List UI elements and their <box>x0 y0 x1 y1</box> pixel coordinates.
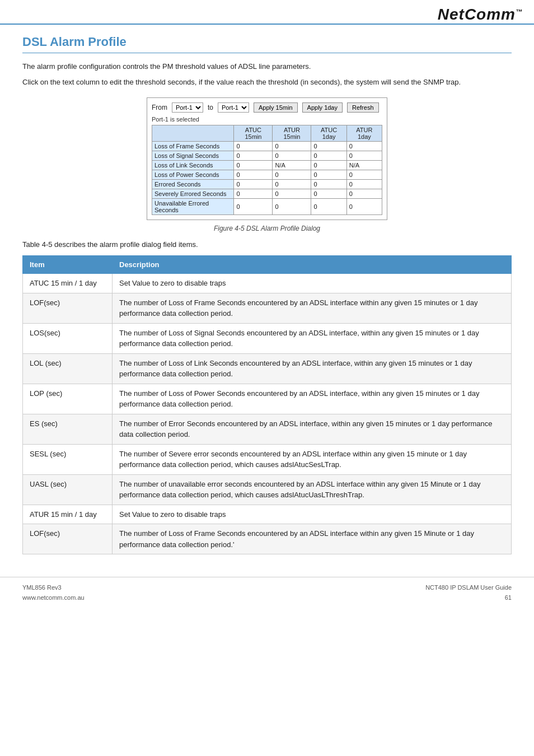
table-description: Table 4-5 describes the alarm profile di… <box>22 240 512 249</box>
dialog-row-value: 0 <box>234 189 273 199</box>
main-data-table: Item Description ATUC 15 min / 1 daySet … <box>22 255 512 554</box>
dialog-row-value: N/A <box>273 161 311 170</box>
dialog-table-row: Unavailable Errored Seconds0000 <box>152 199 382 215</box>
intro-paragraph-1: The alarm profile configuration controls… <box>22 61 512 72</box>
dialog-row-value: 0 <box>346 142 382 151</box>
table-row: LOP (sec)The number of Loss of Power Sec… <box>23 384 512 414</box>
dialog-row-value: 0 <box>273 170 311 180</box>
page-footer: YML856 Rev3 www.netcomm.com.au NCT480 IP… <box>0 577 534 608</box>
dialog-row-value: 0 <box>346 170 382 180</box>
dialog-row-value: 0 <box>311 161 346 170</box>
dialog-row-value: 0 <box>346 151 382 161</box>
dialog-table-row: Loss of Signal Seconds0000 <box>152 151 382 161</box>
footer-left: YML856 Rev3 www.netcomm.com.au <box>22 583 85 603</box>
table-cell-item: ATUC 15 min / 1 day <box>23 274 113 293</box>
apply-15min-button[interactable]: Apply 15min <box>254 102 298 113</box>
dialog-row-label: Errored Seconds <box>152 180 234 189</box>
table-cell-item: LOL (sec) <box>23 353 113 384</box>
dialog-table-row: Loss of Frame Seconds0000 <box>152 142 382 151</box>
dialog-col-atuc15: ATUC 15min <box>234 125 273 142</box>
page-title: DSL Alarm Profile <box>22 35 512 53</box>
dialog-row-label: Loss of Link Seconds <box>152 161 234 170</box>
table-cell-item: ES (sec) <box>23 414 113 444</box>
dialog-row-value: 0 <box>311 142 346 151</box>
dialog-col-atur15: ATUR 15min <box>273 125 311 142</box>
footer-website: www.netcomm.com.au <box>22 593 85 603</box>
dialog-row-label: Loss of Frame Seconds <box>152 142 234 151</box>
table-row: UASL (sec)The number of unavailable erro… <box>23 474 512 505</box>
page-header: NetComm™ <box>0 0 534 25</box>
dialog-table-row: Errored Seconds0000 <box>152 180 382 189</box>
col-header-item: Item <box>23 256 113 274</box>
dialog-row-value: 0 <box>273 151 311 161</box>
footer-revision: YML856 Rev3 <box>22 583 85 593</box>
dialog-row-label: Loss of Power Seconds <box>152 170 234 180</box>
dialog-toolbar: From Port-1 to Port-1 Apply 15min Apply … <box>152 102 382 113</box>
dialog-table-row: Severely Errored Seconds0000 <box>152 189 382 199</box>
table-cell-description: Set Value to zero to disable traps <box>113 505 512 524</box>
table-row: LOF(sec)The number of Loss of Frame Seco… <box>23 524 512 554</box>
dialog-row-value: 0 <box>273 189 311 199</box>
dialog-table-row: Loss of Power Seconds0000 <box>152 170 382 180</box>
footer-guide-title: NCT480 IP DSLAM User Guide <box>425 583 512 593</box>
table-row: ES (sec)The number of Error Seconds enco… <box>23 414 512 444</box>
dialog-row-value: 0 <box>273 180 311 189</box>
refresh-button[interactable]: Refresh <box>347 102 379 113</box>
table-cell-description: The number of Loss of Signal Seconds enc… <box>113 323 512 353</box>
table-cell-description: The number of unavailable error seconds … <box>113 474 512 505</box>
to-port-select[interactable]: Port-1 <box>218 102 249 113</box>
dialog-row-value: 0 <box>311 170 346 180</box>
dialog-row-value: 0 <box>311 199 346 215</box>
port-selected-label: Port-1 is selected <box>152 116 382 123</box>
dialog-row-value: 0 <box>311 180 346 189</box>
main-content: DSL Alarm Profile The alarm profile conf… <box>0 25 534 566</box>
dialog-row-value: 0 <box>346 189 382 199</box>
dialog-row-value: 0 <box>234 151 273 161</box>
dialog-col-item <box>152 125 234 142</box>
to-label: to <box>208 104 213 111</box>
dialog-row-label: Severely Errored Seconds <box>152 189 234 199</box>
table-cell-description: The number of Severe error seconds encou… <box>113 444 512 474</box>
table-cell-description: Set Value to zero to disable traps <box>113 274 512 293</box>
table-cell-item: LOF(sec) <box>23 293 113 323</box>
table-row: LOS(sec)The number of Loss of Signal Sec… <box>23 323 512 353</box>
dialog-row-value: 0 <box>234 161 273 170</box>
dialog-table: ATUC 15min ATUR 15min ATUC 1day ATUR 1da… <box>152 125 382 215</box>
apply-1day-button[interactable]: Apply 1day <box>302 102 343 113</box>
table-row: LOL (sec)The number of Loss of Link Seco… <box>23 353 512 384</box>
dialog-row-value: 0 <box>234 170 273 180</box>
footer-page-number: 61 <box>425 593 512 603</box>
table-cell-item: UASL (sec) <box>23 474 113 505</box>
table-cell-description: The number of Error Seconds encountered … <box>113 414 512 444</box>
table-row: LOF(sec)The number of Loss of Frame Seco… <box>23 293 512 323</box>
dialog-row-value: 0 <box>346 199 382 215</box>
table-cell-item: LOS(sec) <box>23 323 113 353</box>
table-cell-item: LOP (sec) <box>23 384 113 414</box>
dialog-box: From Port-1 to Port-1 Apply 15min Apply … <box>147 97 387 220</box>
table-cell-description: The number of Loss of Frame Seconds enco… <box>113 293 512 323</box>
table-cell-description: The number of Loss of Power Seconds enco… <box>113 384 512 414</box>
figure-caption: Figure 4-5 DSL Alarm Profile Dialog <box>22 225 512 232</box>
dialog-row-value: 0 <box>311 151 346 161</box>
table-cell-description: The number of Loss of Link Seconds encou… <box>113 353 512 384</box>
logo: NetComm™ <box>438 6 523 24</box>
dialog-col-atur1day: ATUR 1day <box>346 125 382 142</box>
table-row: ATUC 15 min / 1 daySet Value to zero to … <box>23 274 512 293</box>
from-port-select[interactable]: Port-1 <box>172 102 203 113</box>
dialog-row-value: 0 <box>234 142 273 151</box>
col-header-description: Description <box>113 256 512 274</box>
table-cell-item: SESL (sec) <box>23 444 113 474</box>
footer-right: NCT480 IP DSLAM User Guide 61 <box>425 583 512 603</box>
logo-tm: ™ <box>516 8 523 16</box>
table-cell-item: ATUR 15 min / 1 day <box>23 505 113 524</box>
dialog-row-value: N/A <box>346 161 382 170</box>
table-row: ATUR 15 min / 1 daySet Value to zero to … <box>23 505 512 524</box>
dialog-row-value: 0 <box>346 180 382 189</box>
dialog-row-value: 0 <box>311 189 346 199</box>
dialog-row-value: 0 <box>234 180 273 189</box>
dialog-row-value: 0 <box>273 142 311 151</box>
dialog-row-value: 0 <box>273 199 311 215</box>
dialog-row-label: Unavailable Errored Seconds <box>152 199 234 215</box>
dialog-container: From Port-1 to Port-1 Apply 15min Apply … <box>22 97 512 220</box>
dialog-row-value: 0 <box>234 199 273 215</box>
